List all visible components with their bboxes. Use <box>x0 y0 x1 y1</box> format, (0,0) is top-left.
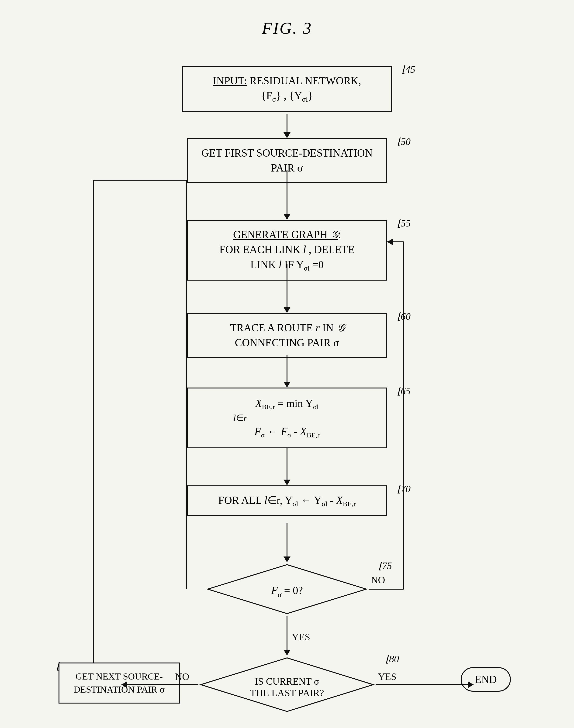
step-55: ⌊55 GENERATE GRAPH 𝒢: FOR EACH LINK l , … <box>187 220 387 281</box>
step-65: ⌊65 XBE,r = min Yσl l∈r Fσ ← Fσ - XBE,r <box>187 388 387 448</box>
ref-75: ⌊75 <box>378 560 392 571</box>
box-60: TRACE A ROUTE r IN 𝒢 CONNECTING PAIR σ <box>187 313 387 358</box>
ref-60: ⌊60 <box>397 311 411 322</box>
step-60: ⌊60 TRACE A ROUTE r IN 𝒢 CONNECTING PAIR… <box>187 313 387 358</box>
page: FIG. 3 ⌊45 INPUT: RESIDUAL NETWORK, {Fσ}… <box>0 0 574 728</box>
svg-marker-12 <box>284 382 290 388</box>
end-oval: END <box>461 667 511 692</box>
flowchart: ⌊45 INPUT: RESIDUAL NETWORK, {Fσ} , {Yσl… <box>31 66 543 728</box>
end-box: END <box>461 667 511 692</box>
step-75: ⌊75 Fσ = 0? <box>205 562 369 616</box>
step-45: ⌊45 INPUT: RESIDUAL NETWORK, {Fσ} , {Yσl… <box>182 66 392 112</box>
box-70: FOR ALL l∈r, Yσl ← Yσl - XBE,r <box>187 485 387 516</box>
box-65: XBE,r = min Yσl l∈r Fσ ← Fσ - XBE,r <box>187 388 387 448</box>
yes-label-80: YES <box>378 671 396 682</box>
box-85: GET NEXT SOURCE-DESTINATION PAIR σ <box>58 662 180 703</box>
step-80: ⌊80 IS CURRENT σ THE LAST PAIR? <box>198 655 376 714</box>
no-label-75: NO <box>371 575 385 585</box>
box-45: INPUT: RESIDUAL NETWORK, {Fσ} , {Yσl} <box>182 66 392 112</box>
ref-80: ⌊80 <box>385 653 399 665</box>
svg-marker-22 <box>387 239 393 245</box>
step-50: ⌊50 GET FIRST SOURCE-DESTINATIONPAIR σ <box>187 138 387 183</box>
ref-50: ⌊50 <box>397 136 411 147</box>
svg-text:THE LAST PAIR?: THE LAST PAIR? <box>250 688 324 698</box>
svg-marker-8 <box>284 214 290 220</box>
svg-marker-16 <box>284 556 290 562</box>
ref-70: ⌊70 <box>397 483 411 495</box>
svg-marker-6 <box>284 132 290 138</box>
figure-title: FIG. 3 <box>28 18 546 38</box>
ref-45: ⌊45 <box>402 63 415 75</box>
svg-marker-18 <box>284 650 290 655</box>
yes-label-75: YES <box>292 632 310 642</box>
step-70: ⌊70 FOR ALL l∈r, Yσl ← Yσl - XBE,r <box>187 485 387 516</box>
svg-marker-14 <box>284 480 290 485</box>
svg-text:IS CURRENT σ: IS CURRENT σ <box>255 676 319 687</box>
diamond-75-shape: Fσ = 0? <box>205 562 369 616</box>
ref-55: ⌊55 <box>397 217 411 229</box>
svg-marker-10 <box>284 307 290 313</box>
box-50: GET FIRST SOURCE-DESTINATIONPAIR σ <box>187 138 387 183</box>
ref-65: ⌊65 <box>397 385 411 397</box>
step-85: ⌊85 GET NEXT SOURCE-DESTINATION PAIR σ <box>58 662 180 703</box>
diamond-80-shape: IS CURRENT σ THE LAST PAIR? <box>198 655 376 714</box>
box-55: GENERATE GRAPH 𝒢: FOR EACH LINK l , DELE… <box>187 220 387 281</box>
